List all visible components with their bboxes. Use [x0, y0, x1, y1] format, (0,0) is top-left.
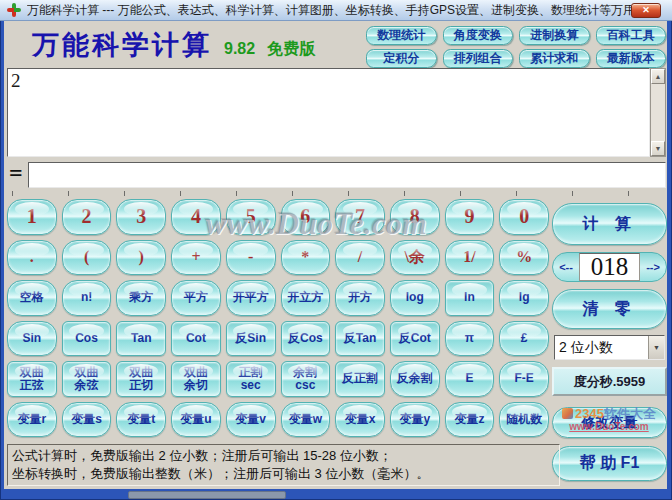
key-sinh[interactable]: 双曲 正弦: [7, 361, 57, 397]
key-var-x[interactable]: 变量x: [335, 402, 385, 438]
key-paren-close[interactable]: ): [116, 240, 166, 276]
key-modulo[interactable]: \余: [390, 240, 440, 276]
key-cot[interactable]: Cot: [171, 321, 221, 357]
key-lg[interactable]: lg: [499, 280, 549, 316]
ruler-ticks: [12, 191, 666, 196]
quick-button-tools[interactable]: 百科工具: [596, 26, 667, 45]
key-var-t[interactable]: 变量t: [116, 402, 166, 438]
quick-button-cumsum[interactable]: 累计求和: [519, 49, 590, 68]
header: 万能科学计算 9.82 免费版: [32, 27, 315, 63]
key-reciprocal[interactable]: 1/: [445, 240, 495, 276]
scroll-down-icon[interactable]: ▼: [651, 141, 665, 156]
scroll-up-icon[interactable]: ▲: [651, 69, 665, 84]
key-ln[interactable]: ln: [445, 280, 495, 316]
bottom-scrollbar-thumb[interactable]: [128, 491, 286, 499]
decimals-dropdown[interactable]: 2 位小数 ▼: [554, 335, 665, 360]
key-cbrt[interactable]: 开立方: [281, 280, 331, 316]
key-power[interactable]: 乘方: [116, 280, 166, 316]
expression-scrollbar[interactable]: ▲ ▼: [650, 68, 666, 157]
key-nth-root[interactable]: 开方: [335, 280, 385, 316]
key-fe-toggle[interactable]: F-E: [499, 361, 549, 397]
edition-label: 免费版: [267, 39, 315, 60]
quick-button-integral[interactable]: 定积分: [366, 49, 437, 68]
key-minus[interactable]: -: [226, 240, 276, 276]
key-pi[interactable]: π: [445, 321, 495, 357]
dms-button[interactable]: 度分秒.5959: [552, 367, 667, 396]
quick-button-angle[interactable]: 角度变换: [443, 26, 514, 45]
footer-line-1: 公式计算时，免费版输出 2 位小数；注册后可输出 15-28 位小数；: [12, 447, 555, 465]
key-e[interactable]: £: [499, 321, 549, 357]
key-acot[interactable]: 反Cot: [390, 321, 440, 357]
key-var-s[interactable]: 变量s: [62, 402, 112, 438]
help-button[interactable]: 帮 助 F1: [552, 446, 667, 481]
expression-input[interactable]: 2: [7, 68, 650, 157]
key-1[interactable]: 1: [7, 199, 57, 235]
key-sin[interactable]: Sin: [7, 321, 57, 357]
key-8[interactable]: 8: [390, 199, 440, 235]
key-multiply[interactable]: *: [281, 240, 331, 276]
key-6[interactable]: 6: [281, 199, 331, 235]
key-exp-notation[interactable]: E: [445, 361, 495, 397]
key-asin[interactable]: 反Sin: [226, 321, 276, 357]
version-label: 9.82: [224, 40, 255, 58]
key-coth[interactable]: 双曲 余切: [171, 361, 221, 397]
key-random[interactable]: 随机数: [499, 402, 549, 438]
key-log[interactable]: log: [390, 280, 440, 316]
key-factorial[interactable]: n!: [62, 280, 112, 316]
page-title: 万能科学计算: [32, 27, 212, 63]
footer-line-2: 坐标转换时，免费版输出整数（米）；注册后可输出 3 位小数（毫米）。: [12, 465, 555, 483]
key-paren-open[interactable]: (: [62, 240, 112, 276]
key-percent[interactable]: %: [499, 240, 549, 276]
key-sec[interactable]: 正割 sec: [226, 361, 276, 397]
key-csc[interactable]: 余割 csc: [281, 361, 331, 397]
key-var-u[interactable]: 变量u: [171, 402, 221, 438]
key-asec[interactable]: 反正割: [335, 361, 385, 397]
key-0[interactable]: 0: [499, 199, 549, 235]
modify-variables-button[interactable]: 修改变量: [552, 407, 667, 438]
window-title: 万能科学计算 --- 万能公式、表达式、科学计算、计算图册、坐标转换、手持GPS…: [27, 2, 631, 19]
key-tan[interactable]: Tan: [116, 321, 166, 357]
key-decimal[interactable]: .: [7, 240, 57, 276]
close-button[interactable]: ✕: [631, 3, 661, 18]
key-var-z[interactable]: 变量z: [445, 402, 495, 438]
key-var-y[interactable]: 变量y: [390, 402, 440, 438]
key-var-v[interactable]: 变量v: [226, 402, 276, 438]
key-5[interactable]: 5: [226, 199, 276, 235]
key-space[interactable]: 空格: [7, 280, 57, 316]
app-icon: [7, 3, 21, 17]
key-cosh[interactable]: 双曲 余弦: [62, 361, 112, 397]
key-var-w[interactable]: 变量w: [281, 402, 331, 438]
key-9[interactable]: 9: [445, 199, 495, 235]
key-tanh[interactable]: 双曲 正切: [116, 361, 166, 397]
calculate-button[interactable]: 计 算: [552, 203, 667, 245]
key-plus[interactable]: +: [171, 240, 221, 276]
key-cos[interactable]: Cos: [62, 321, 112, 357]
quick-button-statistics[interactable]: 数理统计: [366, 26, 437, 45]
chevron-down-icon[interactable]: ▼: [648, 336, 664, 359]
counter-next-button[interactable]: -->: [640, 253, 666, 281]
key-divide[interactable]: /: [335, 240, 385, 276]
key-3[interactable]: 3: [116, 199, 166, 235]
title-bar: 万能科学计算 --- 万能公式、表达式、科学计算、计算图册、坐标转换、手持GPS…: [0, 0, 672, 21]
clear-button[interactable]: 清 零: [552, 289, 667, 329]
window-content: 万能科学计算 9.82 免费版 数理统计 角度变换 进制换算 百科工具 定积分 …: [4, 21, 667, 489]
quick-button-latest[interactable]: 最新版本: [596, 49, 667, 68]
key-var-r[interactable]: 变量r: [7, 402, 57, 438]
key-acsc[interactable]: 反余割: [390, 361, 440, 397]
key-7[interactable]: 7: [335, 199, 385, 235]
key-acos[interactable]: 反Cos: [281, 321, 331, 357]
key-sqrt[interactable]: 开平方: [226, 280, 276, 316]
decimals-dropdown-value: 2 位小数: [555, 339, 648, 357]
key-square[interactable]: 平方: [171, 280, 221, 316]
key-2[interactable]: 2: [62, 199, 112, 235]
equals-label: =: [9, 160, 23, 187]
key-4[interactable]: 4: [171, 199, 221, 235]
quick-button-base-conv[interactable]: 进制换算: [519, 26, 590, 45]
result-field[interactable]: [28, 162, 666, 188]
quick-buttons: 数理统计 角度变换 进制换算 百科工具 定积分 排列组合 累计求和 最新版本: [366, 26, 666, 64]
quick-button-permutation[interactable]: 排列组合: [443, 49, 514, 68]
app-window: 万能科学计算 --- 万能公式、表达式、科学计算、计算图册、坐标转换、手持GPS…: [0, 0, 672, 500]
counter-prev-button[interactable]: <--: [553, 253, 579, 281]
keypad: 1 2 3 4 5 6 7 8 9 0 . ( ) + - * / \余 1/ …: [7, 199, 549, 437]
key-atan[interactable]: 反Tan: [335, 321, 385, 357]
